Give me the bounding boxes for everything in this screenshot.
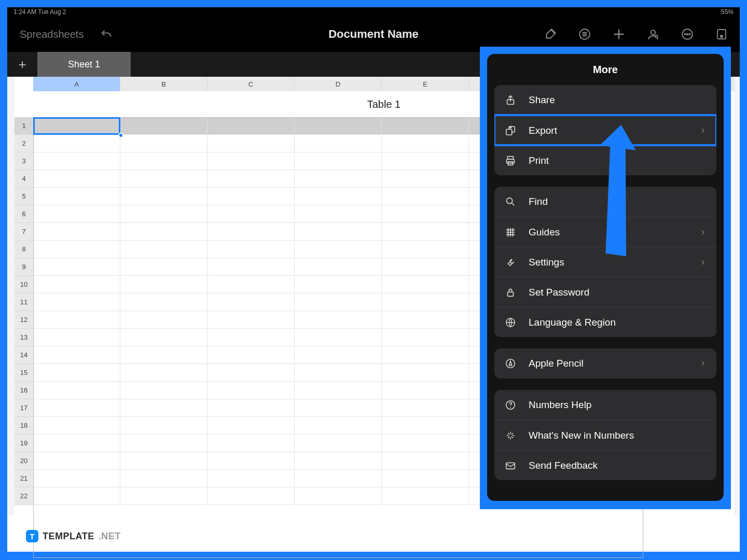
row-header[interactable]: 4 [15, 170, 33, 188]
cell[interactable] [208, 241, 295, 258]
col-header-b[interactable]: B [120, 77, 208, 91]
cell[interactable] [382, 452, 469, 470]
cell[interactable] [382, 311, 469, 329]
cell[interactable] [295, 276, 382, 293]
cell[interactable] [120, 435, 208, 452]
cell[interactable] [382, 241, 469, 258]
row-header[interactable]: 8 [15, 241, 33, 258]
cell[interactable] [208, 346, 295, 364]
cell[interactable] [120, 470, 208, 487]
cell[interactable] [33, 487, 120, 505]
cell[interactable] [295, 311, 382, 329]
col-header-d[interactable]: D [295, 77, 382, 91]
cell[interactable] [382, 223, 469, 241]
row-header[interactable]: 16 [15, 382, 33, 399]
cell[interactable] [295, 399, 382, 417]
col-header-a[interactable]: A [33, 77, 120, 91]
sheet-tab-1[interactable]: Sheet 1 [37, 52, 131, 77]
row-header[interactable]: 17 [15, 399, 33, 417]
cell[interactable] [208, 205, 295, 223]
cell[interactable] [295, 223, 382, 241]
row-header[interactable]: 6 [15, 205, 33, 223]
undo-icon[interactable] [99, 27, 114, 41]
cell[interactable] [120, 241, 208, 258]
cell[interactable] [120, 258, 208, 276]
cell[interactable] [208, 364, 295, 382]
row-header[interactable]: 21 [15, 470, 33, 487]
cell[interactable] [120, 117, 208, 135]
cell[interactable] [382, 382, 469, 399]
cell[interactable] [33, 241, 120, 258]
row-header[interactable]: 10 [15, 276, 33, 293]
cell[interactable] [208, 329, 295, 346]
cell[interactable] [208, 258, 295, 276]
cell[interactable] [295, 152, 382, 170]
brush-icon[interactable] [543, 26, 558, 42]
menu-language-region[interactable]: Language & Region [494, 307, 716, 337]
cell[interactable] [33, 382, 120, 399]
cell[interactable] [295, 170, 382, 188]
cell[interactable] [382, 399, 469, 417]
cell[interactable] [295, 329, 382, 346]
cell[interactable] [382, 346, 469, 364]
cell[interactable] [33, 470, 120, 487]
row-header[interactable]: 2 [15, 135, 33, 152]
cell[interactable] [382, 276, 469, 293]
cell[interactable] [382, 258, 469, 276]
cell[interactable] [120, 417, 208, 435]
row-header[interactable]: 1 [15, 117, 33, 135]
row-header[interactable]: 5 [15, 188, 33, 205]
cell[interactable] [382, 188, 469, 205]
cell[interactable] [120, 364, 208, 382]
cell[interactable] [120, 135, 208, 152]
cell[interactable] [295, 364, 382, 382]
cell[interactable] [33, 223, 120, 241]
cell[interactable] [33, 417, 120, 435]
cell[interactable] [120, 205, 208, 223]
row-header[interactable]: 12 [15, 311, 33, 329]
cell[interactable] [120, 399, 208, 417]
cell[interactable] [208, 487, 295, 505]
menu-guides[interactable]: Guides [494, 217, 716, 247]
cell[interactable] [382, 170, 469, 188]
cell[interactable] [120, 329, 208, 346]
cell[interactable] [120, 311, 208, 329]
cell[interactable] [208, 452, 295, 470]
menu-apple-pencil[interactable]: Apple Pencil [494, 348, 716, 379]
menu-print[interactable]: Print [494, 145, 716, 175]
cell[interactable] [33, 117, 120, 135]
cell[interactable] [120, 152, 208, 170]
cell[interactable] [208, 135, 295, 152]
cell[interactable] [208, 311, 295, 329]
cell[interactable] [208, 293, 295, 311]
cell[interactable] [33, 329, 120, 346]
list-icon[interactable] [577, 26, 592, 42]
row-header[interactable]: 14 [15, 346, 33, 364]
cell[interactable] [33, 293, 120, 311]
cell[interactable] [33, 399, 120, 417]
cell[interactable] [33, 205, 120, 223]
cell[interactable] [33, 311, 120, 329]
add-sheet-button[interactable]: + [7, 52, 37, 77]
more-icon[interactable] [680, 26, 695, 42]
cell[interactable] [295, 435, 382, 452]
cell[interactable] [382, 329, 469, 346]
cell[interactable] [295, 470, 382, 487]
add-icon[interactable] [611, 26, 627, 42]
menu-send-feedback[interactable]: Send Feedback [494, 450, 716, 480]
cell[interactable] [382, 117, 469, 135]
menu-share[interactable]: Share [494, 85, 716, 115]
menu-help[interactable]: Numbers Help [494, 390, 716, 420]
cell[interactable] [295, 135, 382, 152]
row-header[interactable]: 19 [15, 435, 33, 452]
cell[interactable] [208, 470, 295, 487]
cell[interactable] [295, 117, 382, 135]
cell[interactable] [33, 276, 120, 293]
cell[interactable] [120, 276, 208, 293]
menu-find[interactable]: Find [494, 187, 716, 217]
cell[interactable] [295, 241, 382, 258]
cell[interactable] [120, 346, 208, 364]
cell[interactable] [382, 135, 469, 152]
cell[interactable] [208, 399, 295, 417]
cell[interactable] [382, 487, 469, 505]
